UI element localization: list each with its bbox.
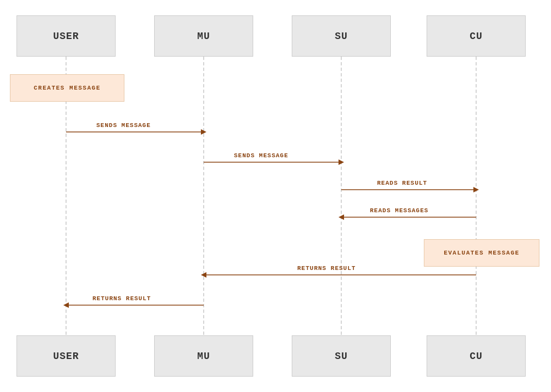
actor-mu-top: MU: [154, 15, 253, 57]
arrow-label-reads-messages: READS MESSAGES: [370, 207, 428, 214]
actor-cu-top: CU: [427, 15, 526, 57]
actor-mu-bottom: MU: [154, 335, 253, 377]
svg-marker-13: [201, 272, 206, 278]
arrow-label-returns-result-2: RETURNS RESULT: [92, 295, 151, 302]
evaluates-message-box: EVALUATES MESSAGE: [424, 239, 539, 267]
arrow-label-sends-1: SENDS MESSAGE: [96, 122, 151, 129]
creates-message-box: CREATES MESSAGE: [10, 74, 124, 102]
actor-su-bottom: SU: [292, 335, 391, 377]
actor-user-bottom: USER: [17, 335, 116, 377]
svg-marker-15: [63, 302, 69, 308]
svg-marker-11: [339, 214, 344, 220]
diagram-svg: [0, 0, 551, 392]
svg-marker-9: [473, 187, 479, 192]
sequence-diagram: USER MU SU CU USER MU SU CU CREATES MESS…: [0, 0, 551, 392]
arrow-label-sends-2: SENDS MESSAGE: [234, 152, 288, 159]
arrow-label-reads-result: READS RESULT: [377, 180, 427, 186]
arrow-label-returns-result-1: RETURNS RESULT: [297, 265, 356, 272]
actor-cu-bottom: CU: [427, 335, 526, 377]
svg-marker-7: [339, 159, 344, 165]
actor-su-top: SU: [292, 15, 391, 57]
svg-marker-5: [201, 129, 206, 135]
actor-user-top: USER: [17, 15, 116, 57]
